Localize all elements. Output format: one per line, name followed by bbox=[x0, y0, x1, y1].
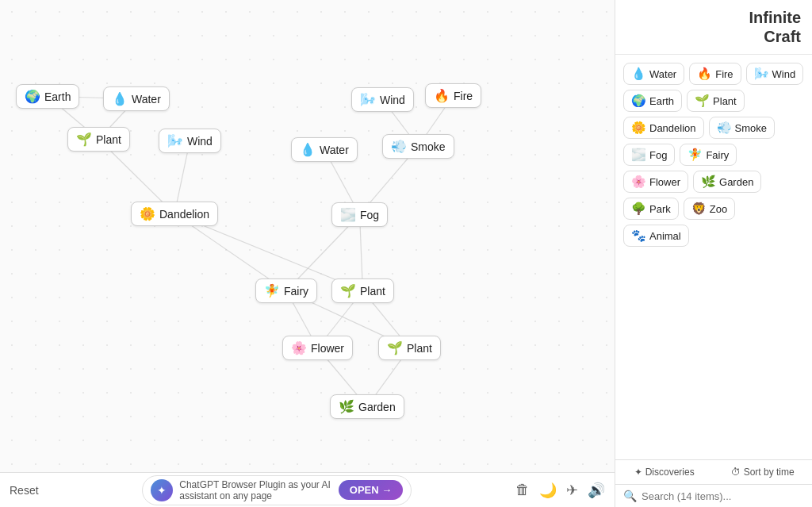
sidebar-item-flower[interactable]: 🌸Flower bbox=[623, 171, 688, 193]
craft-node-plant2[interactable]: 🌱Plant bbox=[331, 278, 394, 303]
connection-lines bbox=[0, 0, 615, 507]
node-label: Flower bbox=[311, 342, 344, 355]
node-label: Fire bbox=[454, 90, 473, 102]
node-label: Garden bbox=[358, 401, 396, 413]
sidebar-item-smoke[interactable]: 💨Smoke bbox=[709, 117, 775, 139]
reset-button[interactable]: Reset bbox=[10, 484, 39, 497]
sidebar: Infinite Craft 💧Water🔥Fire🌬️Wind🌍Earth🌱P… bbox=[615, 0, 812, 507]
craft-node-dandelion1[interactable]: 🌼Dandelion bbox=[131, 202, 218, 226]
craft-canvas: 🌍Earth💧Water🌱Plant🌬️Wind🌬️Wind🔥Fire💧Wate… bbox=[0, 0, 615, 507]
craft-node-fog1[interactable]: 🌫️Fog bbox=[331, 202, 388, 227]
item-label: Fog bbox=[649, 149, 667, 161]
item-icon: 🔥 bbox=[697, 67, 712, 81]
item-icon: 🌸 bbox=[631, 175, 646, 189]
item-icon: 🌳 bbox=[631, 202, 646, 216]
node-label: Plant bbox=[407, 342, 432, 355]
tab-sort[interactable]: ⏱ Sort by time bbox=[714, 460, 812, 484]
node-icon: 💧 bbox=[300, 142, 316, 157]
item-label: Water bbox=[649, 68, 676, 80]
sidebar-item-earth[interactable]: 🌍Earth bbox=[623, 90, 682, 112]
bottom-icons: 🗑 🌙 ✈ 🔊 bbox=[515, 482, 605, 499]
item-icon: 💨 bbox=[717, 121, 732, 135]
item-icon: 🌼 bbox=[631, 121, 646, 135]
sidebar-item-fairy[interactable]: 🧚Fairy bbox=[680, 144, 737, 166]
node-label: Wind bbox=[187, 135, 213, 148]
bottom-bar: Reset ✦ ChatGPT Browser Plugin as your A… bbox=[0, 472, 615, 507]
sidebar-tabs: ✦ Discoveries ⏱ Sort by time bbox=[615, 460, 812, 485]
moon-icon[interactable]: 🌙 bbox=[539, 482, 557, 499]
craft-node-plant3[interactable]: 🌱Plant bbox=[378, 336, 441, 360]
node-icon: 🌱 bbox=[387, 340, 403, 355]
craft-node-water1[interactable]: 💧Water bbox=[103, 86, 170, 111]
item-label: Wind bbox=[772, 68, 796, 80]
craft-node-water2[interactable]: 💧Water bbox=[291, 137, 358, 162]
sidebar-item-park[interactable]: 🌳Park bbox=[623, 198, 679, 220]
craft-node-plant1[interactable]: 🌱Plant bbox=[67, 127, 130, 152]
node-label: Wind bbox=[380, 94, 405, 106]
sidebar-search-bar: 🔍 bbox=[615, 485, 812, 507]
node-icon: 🌿 bbox=[339, 399, 354, 414]
node-label: Earth bbox=[44, 90, 71, 103]
node-label: Plant bbox=[96, 133, 121, 146]
craft-node-fire1[interactable]: 🔥Fire bbox=[425, 83, 481, 108]
node-icon: 🌼 bbox=[140, 206, 155, 221]
item-icon: 🌫️ bbox=[631, 148, 646, 162]
sidebar-item-zoo[interactable]: 🦁Zoo bbox=[684, 198, 735, 220]
node-label: Water bbox=[132, 93, 161, 106]
item-icon: 🧚 bbox=[688, 148, 703, 162]
item-icon: 🌱 bbox=[695, 94, 710, 108]
item-label: Garden bbox=[719, 176, 753, 188]
sidebar-item-fire[interactable]: 🔥Fire bbox=[689, 63, 741, 85]
item-icon: 🦁 bbox=[691, 202, 707, 216]
craft-node-wind1[interactable]: 🌬️Wind bbox=[159, 129, 221, 153]
craft-node-wind2[interactable]: 🌬️Wind bbox=[351, 87, 414, 112]
item-label: Park bbox=[649, 203, 671, 215]
craft-node-earth1[interactable]: 🌍Earth bbox=[16, 84, 79, 109]
craft-node-fairy1[interactable]: 🧚Fairy bbox=[255, 278, 317, 303]
item-label: Flower bbox=[649, 176, 680, 188]
item-label: Plant bbox=[713, 95, 737, 107]
sidebar-item-water[interactable]: 💧Water bbox=[623, 63, 684, 85]
tab-discoveries[interactable]: ✦ Discoveries bbox=[615, 460, 714, 484]
item-icon: 🌿 bbox=[701, 175, 716, 189]
node-icon: 🔥 bbox=[434, 88, 450, 103]
sidebar-item-garden[interactable]: 🌿Garden bbox=[693, 171, 761, 193]
node-icon: 🌱 bbox=[340, 283, 356, 298]
trash-icon[interactable]: 🗑 bbox=[515, 482, 530, 498]
item-icon: 💧 bbox=[631, 67, 646, 81]
node-label: Plant bbox=[360, 285, 385, 298]
bottom-center: ✦ ChatGPT Browser Plugin as your AI assi… bbox=[47, 475, 508, 505]
sidebar-item-dandelion[interactable]: 🌼Dandelion bbox=[623, 117, 704, 139]
craft-node-smoke1[interactable]: 💨Smoke bbox=[382, 134, 454, 159]
node-icon: 🧚 bbox=[264, 283, 280, 298]
item-label: Fire bbox=[715, 68, 733, 80]
ad-icon: ✦ bbox=[151, 479, 173, 501]
node-label: Fairy bbox=[284, 285, 308, 298]
node-label: Dandelion bbox=[159, 208, 209, 221]
search-input[interactable] bbox=[642, 490, 804, 502]
search-icon: 🔍 bbox=[623, 490, 637, 502]
node-icon: 🌸 bbox=[291, 340, 307, 355]
craft-node-garden1[interactable]: 🌿Garden bbox=[330, 394, 404, 419]
sidebar-bottom: ✦ Discoveries ⏱ Sort by time 🔍 bbox=[615, 459, 812, 507]
item-label: Zoo bbox=[710, 203, 727, 215]
item-icon: 🌍 bbox=[631, 94, 646, 108]
item-label: Earth bbox=[649, 95, 674, 107]
node-label: Water bbox=[320, 144, 349, 156]
item-label: Fairy bbox=[706, 149, 729, 161]
craft-node-flower1[interactable]: 🌸Flower bbox=[282, 336, 353, 360]
node-label: Fog bbox=[360, 209, 379, 221]
share-icon[interactable]: ✈ bbox=[566, 482, 578, 499]
sidebar-item-animal[interactable]: 🐾Animal bbox=[623, 225, 689, 247]
app-title: Infinite Craft bbox=[626, 8, 801, 46]
node-icon: 🌱 bbox=[76, 132, 92, 147]
ad-open-button[interactable]: OPEN → bbox=[339, 480, 403, 500]
sidebar-item-fog[interactable]: 🌫️Fog bbox=[623, 144, 675, 166]
sidebar-header: Infinite Craft bbox=[615, 0, 812, 55]
sidebar-item-wind[interactable]: 🌬️Wind bbox=[746, 63, 804, 85]
sidebar-item-plant[interactable]: 🌱Plant bbox=[687, 90, 745, 112]
node-icon: 🌫️ bbox=[340, 207, 356, 222]
item-icon: 🐾 bbox=[631, 229, 646, 243]
node-icon: 💨 bbox=[391, 139, 407, 154]
volume-icon[interactable]: 🔊 bbox=[588, 482, 605, 499]
